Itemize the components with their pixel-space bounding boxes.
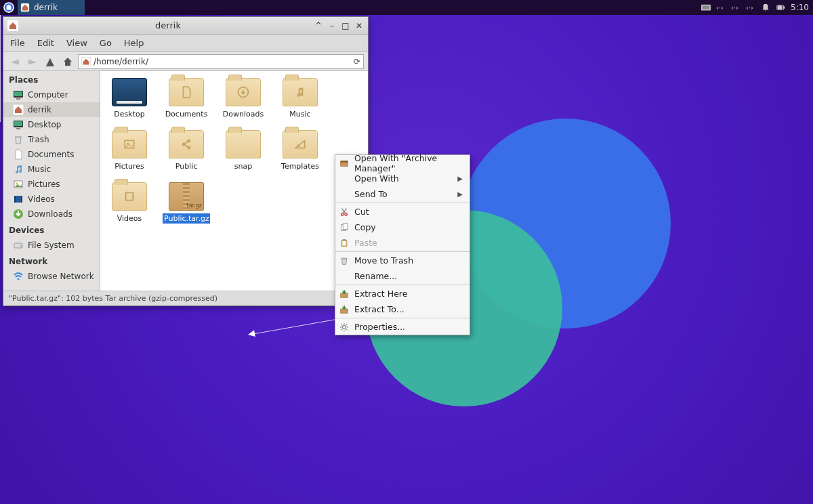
context-menu-item-label: Open With "Archive Manager": [354, 153, 463, 173]
context-menu-item-label: Extract To...: [354, 304, 404, 314]
file-item-label: snap: [233, 161, 253, 171]
wifi-icon: [13, 271, 24, 282]
gear-icon: [339, 322, 349, 332]
svg-rect-25: [21, 196, 22, 203]
location-path: /home/derrik/: [93, 57, 148, 66]
window-roll-up-button[interactable]: ^: [314, 21, 323, 30]
monitor-icon: [13, 89, 24, 100]
network-icon[interactable]: ‹·›: [746, 3, 755, 12]
svg-rect-14: [14, 91, 22, 96]
sidebar-item-computer[interactable]: Computer: [3, 87, 100, 102]
trash-icon: [13, 134, 24, 145]
clock[interactable]: 5:10: [791, 3, 809, 12]
nav-back-button[interactable]: ◄: [7, 54, 22, 69]
window-close-button[interactable]: ✕: [354, 21, 364, 30]
svg-point-28: [20, 245, 22, 247]
context-menu-item-extract-to[interactable]: Extract To...: [335, 301, 470, 317]
menu-file[interactable]: File: [10, 38, 25, 48]
network-icon[interactable]: ‹·›: [731, 3, 741, 12]
archive-icon: tar.gz: [169, 182, 204, 211]
context-menu-separator: [335, 318, 470, 318]
home-icon: [7, 20, 18, 31]
doc-icon: [13, 149, 24, 160]
svg-rect-44: [343, 223, 348, 229]
context-menu-item-label: Move to Trash: [354, 255, 413, 266]
blank-icon: [339, 272, 349, 281]
context-menu-item-open-with-archive-manager[interactable]: Open With "Archive Manager": [335, 155, 470, 171]
svg-rect-40: [341, 161, 348, 163]
svg-text:‹·›: ‹·›: [716, 4, 724, 12]
svg-rect-18: [14, 121, 22, 126]
context-menu-separator: [335, 203, 470, 203]
file-item-downloads[interactable]: Downloads: [221, 78, 266, 119]
battery-icon[interactable]: [776, 3, 785, 12]
file-item-documents[interactable]: Documents: [164, 78, 209, 119]
video-icon: [13, 194, 24, 205]
sidebar-item-label: Documents: [28, 150, 74, 159]
file-item-pictures[interactable]: Pictures: [107, 130, 152, 171]
window-minimize-button[interactable]: –: [327, 21, 337, 30]
file-item-music[interactable]: Music: [278, 78, 322, 119]
sidebar-item-label: Videos: [28, 194, 55, 204]
sidebar-item-derrik[interactable]: derrik: [3, 102, 100, 117]
icon-view[interactable]: DesktopDocumentsDownloadsMusicPicturesPu…: [100, 71, 368, 291]
svg-point-22: [16, 183, 18, 185]
sidebar-item-label: derrik: [28, 105, 51, 114]
context-menu-item-label: Cut: [354, 207, 369, 217]
folder-icon: [169, 130, 204, 159]
keyboard-icon[interactable]: [701, 3, 711, 12]
svg-rect-37: [125, 192, 127, 200]
monitor-icon: [13, 119, 24, 130]
svg-text:‹·›: ‹·›: [731, 4, 738, 12]
window-maximize-button[interactable]: □: [341, 21, 350, 30]
context-menu-item-move-to-trash[interactable]: Move to Trash: [335, 253, 470, 268]
submenu-arrow-icon: ▶: [457, 175, 463, 182]
svg-rect-46: [342, 240, 346, 245]
context-menu-item-copy[interactable]: Copy: [335, 219, 470, 235]
context-menu-item-extract-here[interactable]: Extract Here: [335, 286, 470, 301]
file-item-label: Videos: [116, 213, 144, 224]
menu-edit[interactable]: Edit: [37, 38, 54, 48]
menu-view[interactable]: View: [66, 38, 87, 48]
sidebar-item-videos[interactable]: Videos: [3, 192, 100, 207]
nav-home-button[interactable]: [60, 54, 75, 69]
sidebar-item-label: Desktop: [28, 120, 62, 129]
home-icon: [20, 3, 30, 12]
file-item-templates[interactable]: Templates: [278, 130, 322, 171]
sidebar-item-downloads[interactable]: Downloads: [3, 207, 100, 222]
context-menu-item-cut[interactable]: Cut: [335, 204, 470, 219]
taskbar-item-file-manager[interactable]: derrik: [18, 0, 85, 15]
svg-text:‹·›: ‹·›: [746, 4, 753, 12]
file-item-public[interactable]: Public: [164, 130, 209, 171]
context-menu-item-label: Rename...: [354, 271, 397, 281]
location-bar[interactable]: /home/derrik/ ⟳: [78, 54, 364, 69]
svg-rect-48: [341, 257, 348, 259]
menu-help[interactable]: Help: [124, 38, 144, 48]
home-icon: [81, 57, 91, 66]
file-item-desktop[interactable]: Desktop: [107, 78, 152, 119]
context-menu-item-rename[interactable]: Rename...: [335, 268, 470, 284]
sidebar-item-trash[interactable]: Trash: [3, 132, 100, 147]
picture-icon: [13, 179, 24, 190]
reload-button[interactable]: ⟳: [354, 57, 360, 66]
sidebar-item-desktop[interactable]: Desktop: [3, 117, 100, 132]
menu-go[interactable]: Go: [100, 38, 112, 48]
sidebar-item-pictures[interactable]: Pictures: [3, 177, 100, 192]
file-item-snap[interactable]: snap: [221, 130, 266, 171]
whisker-menu-icon[interactable]: [3, 1, 15, 14]
file-item-videos[interactable]: Videos: [107, 182, 152, 224]
folder-icon: [112, 182, 147, 211]
sidebar-item-documents[interactable]: Documents: [3, 147, 100, 162]
context-menu-item-send-to[interactable]: Send To▶: [335, 186, 470, 202]
sidebar-item-music[interactable]: Music: [3, 162, 100, 177]
nav-up-button[interactable]: ▲: [43, 54, 58, 69]
context-menu-item-properties[interactable]: Properties...: [335, 319, 470, 335]
window-titlebar[interactable]: derrik ^ – □ ✕: [3, 17, 368, 35]
network-icon[interactable]: ‹·›: [716, 3, 726, 12]
sidebar-item-file-system[interactable]: File System: [3, 238, 100, 253]
folder-icon: [283, 78, 318, 106]
notification-bell-icon[interactable]: [761, 3, 770, 12]
nav-forward-button[interactable]: ►: [25, 54, 40, 69]
sidebar-item-browse-network[interactable]: Browse Network: [3, 269, 100, 284]
file-item-public-tar-gz[interactable]: tar.gzPublic.tar.gz: [164, 182, 209, 224]
